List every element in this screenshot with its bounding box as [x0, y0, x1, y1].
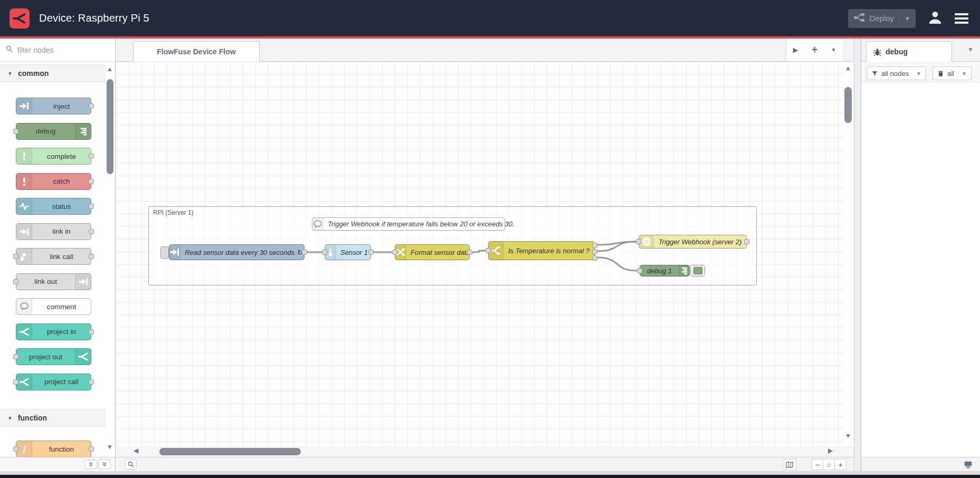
sidebar-tabbar: debug ▼ [861, 39, 980, 62]
flow-tab[interactable]: FlowFuse Device Flow [133, 41, 260, 62]
zoom-out-button[interactable]: − [812, 459, 823, 470]
canvas-scroll-down-arrow[interactable]: ▼ [845, 433, 851, 439]
palette-scroll-up-arrow[interactable]: ▲ [107, 66, 113, 72]
user-avatar-button[interactable] [927, 9, 943, 27]
next-flow-arrow-icon[interactable]: ▶ [793, 46, 798, 54]
flow-canvas[interactable]: RPI (Server 1) Trigger Webhook if temper… [116, 62, 843, 446]
palette-node-label: link in [32, 227, 91, 235]
flow-node-switch1[interactable]: Is Temperature is normal ? [488, 241, 595, 260]
deploy-button[interactable]: Deploy ▼ [848, 9, 916, 28]
input-port[interactable] [636, 239, 641, 244]
output-port[interactable] [744, 239, 749, 244]
output-port[interactable] [89, 154, 94, 159]
palette-node-link-call[interactable]: link call [16, 248, 91, 265]
output-port[interactable] [89, 103, 94, 109]
palette-node-comment[interactable]: comment [16, 298, 91, 315]
debug-tab-label: debug [886, 47, 908, 56]
main-menu-button[interactable] [955, 13, 968, 24]
input-port[interactable] [13, 446, 18, 452]
palette-node-debug[interactable]: debug [16, 123, 91, 140]
palette-node-complete[interactable]: complete [16, 148, 91, 165]
debug-clear-button[interactable]: all ▼ [933, 66, 972, 80]
flow-node-inject1[interactable]: Read sensor data every 30 seconds ↻ [169, 244, 305, 260]
flow-list-caret-icon[interactable]: ▼ [831, 47, 836, 53]
canvas-vscrollbar-thumb[interactable] [844, 87, 852, 123]
flow-node-sensor1[interactable]: Sensor 1 [325, 244, 371, 260]
output-port[interactable] [302, 250, 307, 255]
flow-node-format1[interactable]: Format sensor data [395, 244, 470, 260]
flow-node-label: Is Temperature is normal ? [503, 247, 594, 255]
link-icon [16, 224, 32, 240]
exclamation-icon [16, 148, 32, 164]
inject-icon [16, 98, 32, 114]
output-port-2[interactable] [592, 249, 597, 254]
window-bottom-strip [0, 471, 980, 475]
input-port[interactable] [392, 250, 397, 255]
input-port[interactable] [13, 279, 18, 284]
link-icon [75, 274, 91, 290]
output-port[interactable] [89, 254, 94, 259]
output-port[interactable] [89, 329, 94, 334]
canvas-scroll-right-arrow[interactable]: ▶ [828, 447, 833, 454]
palette-expand-all-button[interactable] [98, 460, 111, 469]
palette-node-project-out[interactable]: project out [16, 348, 91, 365]
output-port[interactable] [368, 250, 374, 255]
debug-bars-icon [75, 123, 91, 139]
output-port[interactable] [89, 379, 94, 385]
zoom-reset-button[interactable]: ○ [823, 459, 835, 470]
flow-node-comment1[interactable]: Trigger Webhook if temperature falls bel… [312, 217, 505, 231]
palette-node-project-call[interactable]: project call [16, 374, 91, 390]
inject-button[interactable] [160, 246, 169, 259]
input-port[interactable] [322, 250, 327, 255]
palette-node-project-in[interactable]: project in [16, 323, 91, 340]
input-port[interactable] [637, 268, 642, 273]
debug-filter-button[interactable]: all nodes ▼ [867, 66, 926, 80]
deploy-separator [899, 13, 900, 24]
palette-node-catch[interactable]: catch [16, 173, 91, 190]
input-port[interactable] [13, 129, 18, 134]
output-port[interactable] [467, 250, 472, 255]
palette-node-function[interactable]: ffunction [16, 441, 91, 457]
output-port-3[interactable] [592, 255, 597, 261]
palette-node-status[interactable]: status [16, 198, 91, 215]
output-port[interactable] [89, 179, 94, 184]
debug-tab[interactable]: debug [866, 41, 952, 62]
input-port[interactable] [13, 254, 18, 259]
debug-enable-toggle[interactable] [690, 265, 705, 276]
palette-node-link-out[interactable]: link out [16, 273, 91, 290]
palette-filter-input[interactable]: filter nodes [0, 39, 115, 62]
input-port[interactable] [13, 379, 18, 385]
palette-scroll-down-arrow[interactable]: ▼ [107, 444, 113, 450]
output-port[interactable] [89, 446, 94, 452]
function-icon: f [16, 441, 32, 457]
input-port[interactable] [486, 248, 491, 253]
open-in-window-button[interactable] [961, 459, 975, 470]
deploy-label: Deploy [869, 14, 894, 23]
window-bottom-edge [0, 475, 980, 478]
canvas-scroll-left-arrow[interactable]: ◀ [134, 447, 138, 454]
add-flow-button[interactable]: + [812, 44, 818, 56]
flow-node-debug1[interactable]: debug 1 [640, 265, 690, 276]
zoom-in-button[interactable]: + [835, 459, 846, 470]
palette-node-label: link call [32, 253, 91, 261]
deploy-caret-icon[interactable]: ▼ [905, 15, 910, 22]
inject-icon [169, 245, 180, 260]
palette-node-link-in[interactable]: link in [16, 223, 91, 240]
sidebar-menu-caret-icon[interactable]: ▼ [967, 46, 974, 53]
output-port[interactable] [89, 204, 94, 209]
output-port-1[interactable] [592, 243, 597, 248]
palette-scrollbar-thumb[interactable] [107, 79, 113, 174]
canvas-search-button[interactable] [125, 459, 137, 470]
palette-node-inject[interactable]: inject [16, 98, 91, 114]
input-port[interactable] [13, 354, 18, 359]
palette-category-function[interactable]: ▼function [0, 409, 106, 427]
navigator-map-button[interactable] [783, 459, 796, 470]
palette-node-label: comment [32, 303, 91, 311]
palette-category-common[interactable]: ▼common [0, 64, 106, 82]
canvas-scroll-up-arrow[interactable]: ▲ [845, 65, 851, 71]
palette-collapse-all-button[interactable] [84, 460, 97, 469]
output-port[interactable] [89, 229, 94, 234]
canvas-hscrollbar-thumb[interactable] [159, 448, 301, 455]
sidebar-resize-handle[interactable] [854, 39, 861, 471]
flow-node-webhook1[interactable]: Trigger Webhook (server 2) [639, 235, 747, 248]
